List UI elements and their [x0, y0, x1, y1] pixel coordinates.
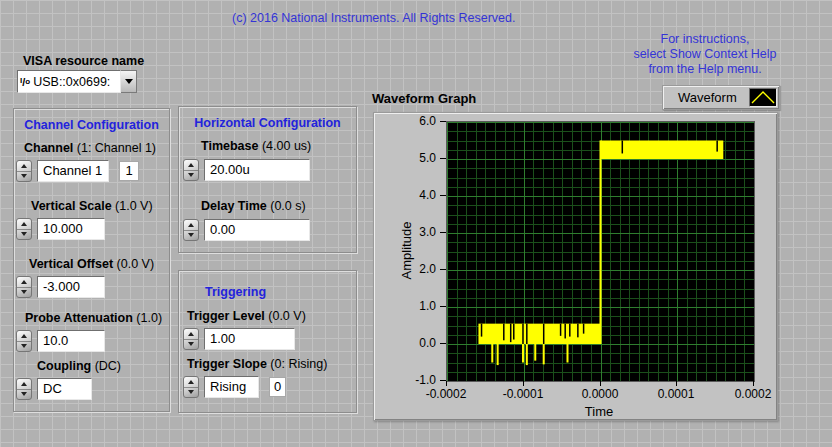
waveform-plot: [446, 121, 755, 382]
vertical-offset-spin-buttons[interactable]: [16, 276, 32, 298]
vertical-scale-control[interactable]: 10.000: [16, 218, 105, 240]
labview-front-panel: (c) 2016 National Instruments. All Right…: [0, 0, 832, 447]
legend-label: Waveform: [678, 90, 737, 105]
coupling-value-field[interactable]: DC: [37, 378, 92, 400]
decrement-icon: [21, 344, 27, 348]
vertical-scale-label: Vertical Scale (1.0 V): [31, 199, 153, 213]
waveform-graph-panel: -0.0002-0.00010.00000.00010.00026.05.04.…: [373, 112, 778, 421]
x-tick-mark: [753, 381, 754, 386]
y-tick-mark: [440, 232, 446, 233]
instructions-line-3: from the Help menu.: [612, 62, 798, 77]
visa-dropdown-button[interactable]: [121, 70, 137, 93]
instructions-line-2: select Show Context Help: [612, 47, 798, 62]
trigger-level-control[interactable]: 1.00: [183, 328, 295, 350]
y-tick-mark: [440, 121, 446, 122]
y-axis-title: Amplitude: [399, 191, 414, 311]
x-tick-label: 0.0001: [644, 387, 708, 401]
trigger-level-input[interactable]: 1.00: [204, 328, 295, 350]
increment-icon: [21, 334, 27, 338]
waveform-graph-title: Waveform Graph: [372, 91, 476, 106]
probe-attenuation-input[interactable]: 10.0: [37, 330, 105, 352]
horizontal-configuration-panel: Horizontal Configuration Timebase (4.00 …: [178, 106, 357, 253]
increment-icon: [21, 382, 27, 386]
x-tick-mark: [446, 381, 447, 386]
channel-index-display[interactable]: 1: [119, 161, 139, 181]
visa-resource-selector[interactable]: I/o USB::0x0699:: [17, 70, 137, 93]
y-tick-mark: [440, 269, 446, 270]
y-tick-mark: [440, 306, 446, 307]
decrement-icon: [21, 174, 27, 178]
trigger-slope-label: Trigger Slope (0: Rising): [187, 357, 327, 371]
triggering-title: Triggering: [205, 285, 266, 299]
decrement-icon: [188, 233, 194, 237]
trigger-slope-spin-buttons[interactable]: [183, 376, 199, 398]
trigger-level-spin-buttons[interactable]: [183, 328, 199, 350]
coupling-spin-buttons[interactable]: [16, 378, 32, 400]
x-tick-mark: [523, 381, 524, 386]
vertical-offset-label: Vertical Offset (0.0 V): [29, 257, 154, 271]
y-tick-mark: [440, 343, 446, 344]
y-tick-label: 5.0: [390, 151, 436, 165]
channel-spin-buttons[interactable]: [16, 160, 32, 182]
increment-icon: [21, 222, 27, 226]
instructions-text: For instructions, select Show Context He…: [612, 32, 798, 77]
x-tick-label: -0.0001: [491, 387, 555, 401]
increment-icon: [21, 280, 27, 284]
channel-configuration-panel: Channel Configuration Channel (1: Channe…: [13, 108, 170, 412]
y-tick-label: 6.0: [390, 114, 436, 128]
x-axis-title: Time: [549, 404, 649, 419]
legend-waveform[interactable]: Waveform: [662, 85, 780, 110]
timebase-spin-buttons[interactable]: [183, 159, 199, 181]
delay-time-spin-buttons[interactable]: [183, 219, 199, 241]
probe-attenuation-control[interactable]: 10.0: [16, 330, 105, 352]
y-tick-mark: [440, 158, 446, 159]
decrement-icon: [21, 392, 27, 396]
coupling-label: Coupling (DC): [37, 359, 121, 373]
vertical-offset-input[interactable]: -3.000: [37, 276, 105, 298]
increment-icon: [188, 332, 194, 336]
delay-time-input[interactable]: 0.00: [204, 219, 310, 241]
probe-attenuation-spin-buttons[interactable]: [16, 330, 32, 352]
visa-resource-label: VISA resource name: [23, 54, 144, 68]
triggering-panel: Triggering Trigger Level (0.0 V) 1.00 Tr…: [178, 270, 357, 413]
increment-icon: [188, 223, 194, 227]
y-tick-mark: [440, 195, 446, 196]
vertical-scale-input[interactable]: 10.000: [37, 218, 105, 240]
x-tick-mark: [600, 381, 601, 386]
decrement-icon: [188, 342, 194, 346]
instructions-line-1: For instructions,: [612, 32, 798, 47]
visa-resource-field[interactable]: I/o USB::0x0699:: [17, 70, 121, 93]
decrement-icon: [21, 290, 27, 294]
trigger-slope-value-field[interactable]: Rising: [204, 376, 259, 398]
copyright-text: (c) 2016 National Instruments. All Right…: [232, 11, 515, 25]
coupling-selector[interactable]: DC: [16, 378, 92, 400]
increment-icon: [21, 164, 27, 168]
vertical-scale-spin-buttons[interactable]: [16, 218, 32, 240]
channel-selector[interactable]: Channel 1 1: [16, 160, 139, 182]
delay-time-label: Delay Time (0.0 s): [201, 199, 306, 213]
timebase-label: Timebase (4.00 us): [201, 139, 311, 153]
trigger-level-label: Trigger Level (0.0 V): [187, 309, 306, 323]
decrement-icon: [188, 173, 194, 177]
x-tick-label: 0.0002: [721, 387, 785, 401]
trigger-slope-index-display[interactable]: 0: [269, 377, 286, 397]
horizontal-configuration-title: Horizontal Configuration: [179, 116, 356, 130]
x-tick-label: -0.0002: [414, 387, 478, 401]
y-tick-mark: [440, 380, 446, 381]
waveform-legend-icon: [749, 88, 777, 107]
increment-icon: [188, 380, 194, 384]
x-tick-label: 0.0000: [568, 387, 632, 401]
x-tick-mark: [676, 381, 677, 386]
vertical-offset-control[interactable]: -3.000: [16, 276, 105, 298]
probe-attenuation-label: Probe Attenuation (1.0): [25, 311, 162, 325]
timebase-input[interactable]: 20.00u: [204, 159, 310, 181]
visa-resource-value: USB::0x0699:: [33, 75, 110, 89]
channel-value-field[interactable]: Channel 1: [37, 160, 109, 182]
delay-time-control[interactable]: 0.00: [183, 219, 310, 241]
channel-configuration-title: Channel Configuration: [14, 118, 169, 132]
trigger-slope-selector[interactable]: Rising 0: [183, 376, 286, 398]
timebase-control[interactable]: 20.00u: [183, 159, 310, 181]
y-tick-label: 0.0: [390, 336, 436, 350]
increment-icon: [188, 163, 194, 167]
decrement-icon: [21, 232, 27, 236]
